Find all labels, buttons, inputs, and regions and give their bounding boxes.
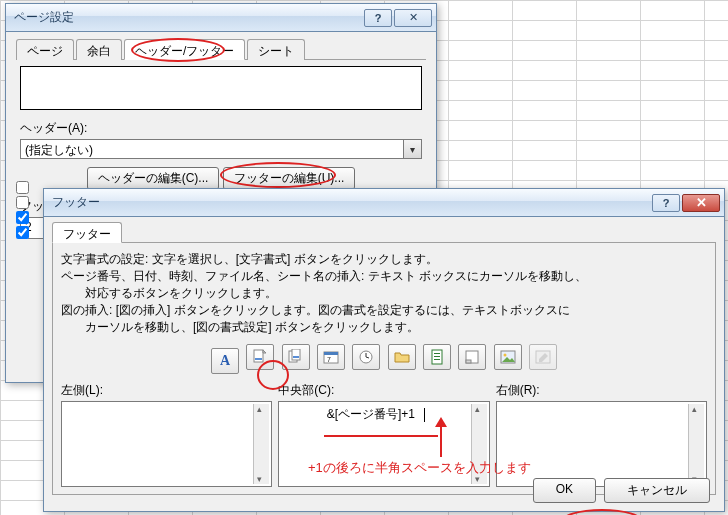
annotation-arrow-head <box>435 417 447 427</box>
footer-toolbar: A 7 <box>61 344 707 374</box>
sheet-name-icon[interactable] <box>458 344 486 370</box>
svg-rect-1 <box>255 358 262 360</box>
close-button[interactable] <box>394 9 432 27</box>
header-preview <box>20 66 422 110</box>
instruction-line: 対応するボタンをクリックします。 <box>61 285 707 302</box>
edit-footer-button[interactable]: フッターの編集(U)... <box>223 167 356 190</box>
footer-titlebar: フッター <box>44 189 724 217</box>
tab-page[interactable]: ページ <box>16 39 74 60</box>
ok-button[interactable]: OK <box>533 478 596 503</box>
edit-header-button[interactable]: ヘッダーの編集(C)... <box>87 167 220 190</box>
help-icon <box>663 197 670 209</box>
svg-rect-4 <box>293 356 299 358</box>
page-setup-tabs: ページ 余白 ヘッダー/フッター シート <box>16 38 426 60</box>
font-format-icon[interactable]: A <box>211 348 239 374</box>
help-button[interactable] <box>364 9 392 27</box>
svg-rect-6 <box>324 352 338 355</box>
close-icon <box>696 195 707 210</box>
instructions: 文字書式の設定: 文字を選択し、[文字書式] ボタンをクリックします。 ページ番… <box>61 251 707 336</box>
page-setup-title: ページ設定 <box>14 9 364 26</box>
cancel-button[interactable]: キャンセル <box>604 478 710 503</box>
svg-rect-16 <box>466 360 471 363</box>
right-section-input[interactable] <box>496 401 707 487</box>
header-combo[interactable]: (指定しない) <box>20 139 422 159</box>
scrollbar[interactable] <box>253 404 269 484</box>
time-icon[interactable] <box>352 344 380 370</box>
svg-rect-12 <box>434 353 440 354</box>
svg-text:7: 7 <box>327 356 331 363</box>
close-icon <box>409 11 418 24</box>
help-icon <box>375 12 382 24</box>
page-count-icon[interactable] <box>282 344 310 370</box>
text-caret <box>424 408 425 422</box>
file-path-icon[interactable] <box>388 344 416 370</box>
svg-rect-0 <box>254 350 263 362</box>
checkbox-1[interactable] <box>16 181 29 194</box>
right-section-label: 右側(R): <box>496 382 707 399</box>
instruction-line: ページ番号、日付、時刻、ファイル名、シート名の挿入: テキスト ボックスにカーソ… <box>61 268 707 285</box>
center-section-input[interactable]: &[ページ番号]+1 <box>278 401 489 487</box>
scrollbar[interactable] <box>688 404 704 484</box>
left-section-input[interactable] <box>61 401 272 487</box>
svg-rect-13 <box>434 356 440 357</box>
chevron-down-icon[interactable] <box>403 140 421 158</box>
tab-sheet[interactable]: シート <box>247 39 305 60</box>
footer-tabs: フッター <box>52 221 716 243</box>
file-name-icon[interactable] <box>423 344 451 370</box>
help-button[interactable] <box>652 194 680 212</box>
tab-footer[interactable]: フッター <box>52 222 122 243</box>
footer-title: フッター <box>52 194 652 211</box>
checkbox-4[interactable] <box>16 226 29 239</box>
scrollbar[interactable] <box>471 404 487 484</box>
instruction-line: カーソルを移動し、[図の書式設定] ボタンをクリックします。 <box>61 319 707 336</box>
date-icon[interactable]: 7 <box>317 344 345 370</box>
left-section-label: 左側(L): <box>61 382 272 399</box>
svg-rect-14 <box>434 359 440 360</box>
instruction-line: 文字書式の設定: 文字を選択し、[文字書式] ボタンをクリックします。 <box>61 251 707 268</box>
header-label: ヘッダー(A): <box>20 120 422 137</box>
header-combo-value: (指定しない) <box>21 140 403 158</box>
close-button[interactable] <box>682 194 720 212</box>
page-number-icon[interactable] <box>246 344 274 370</box>
page-setup-titlebar: ページ設定 <box>6 4 436 32</box>
tab-margins[interactable]: 余白 <box>76 39 122 60</box>
instruction-line: 図の挿入: [図の挿入] ボタンをクリックします。図の書式を設定するには、テキス… <box>61 302 707 319</box>
insert-picture-icon[interactable] <box>494 344 522 370</box>
center-section-value: &[ページ番号]+1 <box>281 404 470 484</box>
svg-rect-3 <box>292 349 300 360</box>
checkbox-group <box>16 179 33 241</box>
tab-header-footer[interactable]: ヘッダー/フッター <box>124 39 245 60</box>
picture-format-icon[interactable] <box>529 344 557 370</box>
footer-dialog: フッター フッター 文字書式の設定: 文字を選択し、[文字書式] ボタンをクリッ… <box>43 188 725 512</box>
svg-point-18 <box>503 354 506 357</box>
right-section-value <box>499 404 688 484</box>
center-section-label: 中央部(C): <box>278 382 489 399</box>
checkbox-2[interactable] <box>16 196 29 209</box>
left-section-value <box>64 404 253 484</box>
checkbox-3[interactable] <box>16 211 29 224</box>
